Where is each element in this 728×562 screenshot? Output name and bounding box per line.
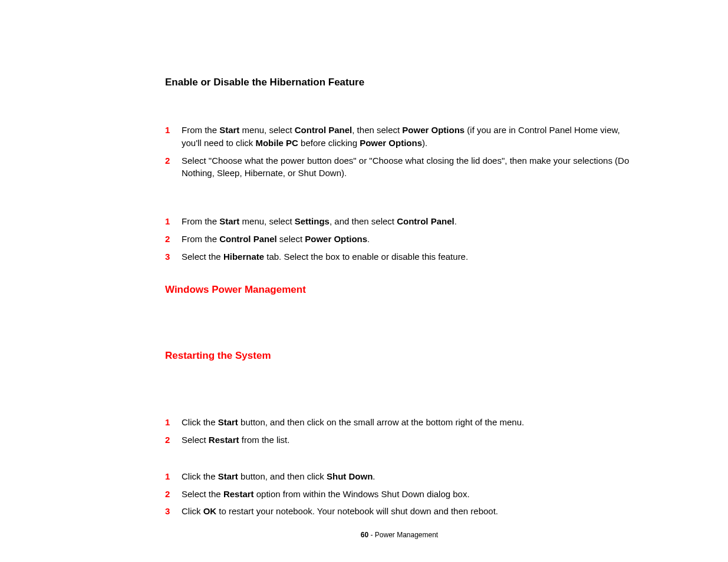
list-item: 2 From the Control Panel select Power Op… — [165, 233, 634, 246]
step-text: Select the Restart option from within th… — [182, 488, 634, 501]
list-item: 2 Select the Restart option from within … — [165, 488, 634, 501]
list-item: 2 Select "Choose what the power button d… — [165, 154, 634, 180]
step-text: Click OK to restart your notebook. Your … — [182, 505, 634, 518]
step-text: Select the Hibernate tab. Select the box… — [182, 250, 634, 263]
footer-section-title: Power Management — [375, 531, 438, 539]
list-restart-vista: 1 Click the Start button, and then click… — [165, 416, 634, 447]
step-number: 1 — [165, 470, 182, 483]
heading-windows-power-management: Windows Power Management — [165, 284, 634, 296]
list-hibernation-xp: 1 From the Start menu, select Settings, … — [165, 215, 634, 263]
list-restart-xp: 1 Click the Start button, and then click… — [165, 470, 634, 518]
step-number: 2 — [165, 434, 182, 447]
step-number: 1 — [165, 124, 182, 137]
step-text: Click the Start button, and then click S… — [182, 470, 634, 483]
list-item: 1 Click the Start button, and then click… — [165, 470, 634, 483]
list-item: 3 Select the Hibernate tab. Select the b… — [165, 250, 634, 263]
step-number: 3 — [165, 250, 182, 263]
step-number: 1 — [165, 215, 182, 228]
step-text: From the Start menu, select Control Pane… — [182, 124, 634, 150]
step-text: Select "Choose what the power button doe… — [182, 154, 634, 180]
step-text: From the Control Panel select Power Opti… — [182, 233, 634, 246]
heading-hibernation: Enable or Disable the Hibernation Featur… — [165, 77, 634, 88]
list-item: 1 From the Start menu, select Control Pa… — [165, 124, 634, 150]
list-item: 2 Select Restart from the list. — [165, 434, 634, 447]
step-number: 2 — [165, 233, 182, 246]
step-number: 2 — [165, 488, 182, 501]
heading-restarting-system: Restarting the System — [165, 350, 634, 362]
list-item: 1 From the Start menu, select Settings, … — [165, 215, 634, 228]
step-text: Click the Start button, and then click o… — [182, 416, 634, 429]
list-item: 3 Click OK to restart your notebook. You… — [165, 505, 634, 518]
step-text: Select Restart from the list. — [182, 434, 634, 447]
document-page: Enable or Disable the Hibernation Featur… — [0, 0, 728, 539]
step-text: From the Start menu, select Settings, an… — [182, 215, 634, 228]
step-number: 3 — [165, 505, 182, 518]
page-footer: 60 - Power Management — [165, 531, 634, 539]
page-number: 60 — [361, 531, 368, 539]
step-number: 2 — [165, 154, 182, 167]
list-item: 1 Click the Start button, and then click… — [165, 416, 634, 429]
step-number: 1 — [165, 416, 182, 429]
footer-separator: - — [368, 531, 375, 539]
list-hibernation-vista: 1 From the Start menu, select Control Pa… — [165, 124, 634, 180]
